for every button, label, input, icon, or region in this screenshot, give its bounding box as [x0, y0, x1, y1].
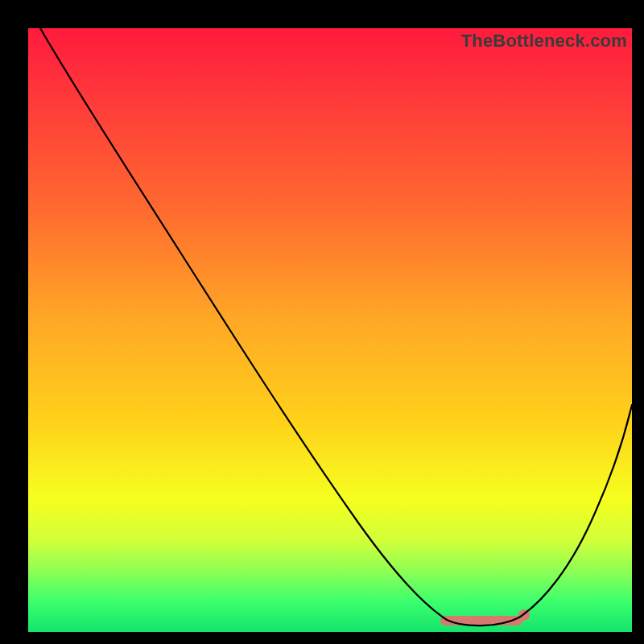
plot-area: TheBottleneck.com [28, 28, 632, 632]
bottleneck-curve [40, 28, 632, 625]
bottleneck-curve-svg [28, 28, 632, 632]
chart-frame: TheBottleneck.com [8, 8, 636, 636]
